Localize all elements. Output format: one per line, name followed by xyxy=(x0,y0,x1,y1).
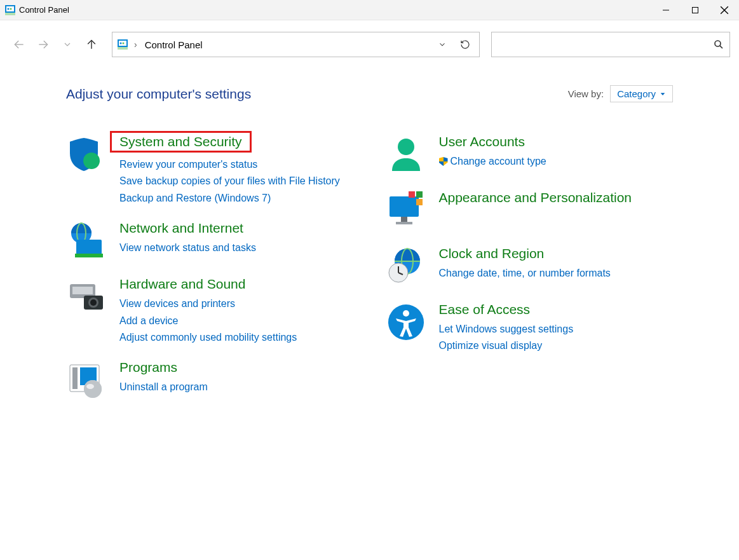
view-by-control: View by: Category xyxy=(568,85,673,102)
maximize-button[interactable] xyxy=(681,0,710,20)
date-time-formats-link[interactable]: Change date, time, or number formats xyxy=(439,266,674,280)
svg-point-16 xyxy=(123,43,125,44)
search-box[interactable] xyxy=(491,32,730,57)
window-title: Control Panel xyxy=(19,5,651,15)
category-network: Network and Internet View network status… xyxy=(66,221,354,261)
heading-row: Adjust your computer's settings View by:… xyxy=(66,85,673,102)
view-by-value: Category xyxy=(617,88,656,99)
svg-point-4 xyxy=(10,8,12,10)
svg-rect-23 xyxy=(76,240,102,255)
category-ease-of-access: Ease of Access Let Windows suggest setti… xyxy=(386,302,674,353)
system-security-icon xyxy=(66,134,107,205)
category-system-security: System and Security Review your computer… xyxy=(66,134,354,205)
svg-marker-19 xyxy=(661,93,665,95)
svg-rect-13 xyxy=(118,47,128,50)
window-controls xyxy=(651,0,739,20)
svg-point-35 xyxy=(84,380,102,398)
mobility-settings-link[interactable]: Adjust commonly used mobility settings xyxy=(119,331,354,345)
address-history-button[interactable] xyxy=(433,36,451,53)
category-programs: Programs Uninstall a program xyxy=(66,360,354,400)
svg-rect-1 xyxy=(5,13,15,15)
close-button[interactable] xyxy=(710,0,739,20)
category-clock-region: Clock and Region Change date, time, or n… xyxy=(386,246,674,287)
file-history-link[interactable]: Save backup copies of your files with Fi… xyxy=(119,174,354,188)
categories-left-column: System and Security Review your computer… xyxy=(66,134,354,400)
svg-rect-26 xyxy=(72,287,93,294)
svg-rect-40 xyxy=(396,222,412,224)
hardware-icon xyxy=(66,277,107,345)
chevron-down-icon xyxy=(660,91,666,97)
svg-rect-31 xyxy=(72,367,78,389)
svg-point-36 xyxy=(86,384,94,389)
svg-line-18 xyxy=(720,46,722,48)
backup-restore-link[interactable]: Backup and Restore (Windows 7) xyxy=(119,191,354,205)
suggest-settings-link[interactable]: Let Windows suggest settings xyxy=(439,322,674,336)
appearance-icon xyxy=(386,190,426,231)
navigation-row: › Control Panel xyxy=(0,20,739,69)
clock-region-link[interactable]: Clock and Region xyxy=(439,246,545,261)
up-button[interactable] xyxy=(81,34,102,55)
minimize-button[interactable] xyxy=(651,0,681,20)
network-icon xyxy=(66,221,107,261)
svg-rect-41 xyxy=(409,191,415,198)
category-user-accounts: User Accounts Change account type xyxy=(386,134,674,175)
page-title: Adjust your computer's settings xyxy=(66,86,568,102)
system-security-link[interactable]: System and Security xyxy=(110,131,252,153)
category-appearance: Appearance and Personalization xyxy=(386,190,674,231)
categories-right-column: User Accounts Change account type Appear… xyxy=(386,134,674,400)
devices-printers-link[interactable]: View devices and printers xyxy=(119,297,354,311)
titlebar: Control Panel xyxy=(0,0,739,20)
refresh-button[interactable] xyxy=(456,36,474,53)
user-accounts-link[interactable]: User Accounts xyxy=(439,134,525,149)
network-internet-link[interactable]: Network and Internet xyxy=(119,221,243,236)
add-device-link[interactable]: Add a device xyxy=(119,314,354,328)
svg-point-20 xyxy=(83,153,100,169)
programs-icon xyxy=(66,360,107,400)
svg-point-17 xyxy=(715,41,721,46)
clock-region-icon xyxy=(386,246,426,287)
svg-rect-44 xyxy=(416,199,423,205)
control-panel-icon xyxy=(118,39,128,50)
search-input[interactable] xyxy=(497,39,713,50)
appearance-link[interactable]: Appearance and Personalization xyxy=(439,190,632,205)
svg-rect-42 xyxy=(416,191,423,198)
network-status-link[interactable]: View network status and tasks xyxy=(119,241,354,255)
ease-of-access-icon xyxy=(386,302,426,353)
user-accounts-icon xyxy=(386,134,426,175)
optimize-display-link[interactable]: Optimize visual display xyxy=(439,339,674,353)
categories-grid: System and Security Review your computer… xyxy=(66,134,673,400)
svg-rect-39 xyxy=(401,217,407,222)
hardware-sound-link[interactable]: Hardware and Sound xyxy=(119,277,245,292)
svg-point-52 xyxy=(403,310,409,317)
svg-point-3 xyxy=(8,8,10,10)
view-by-select[interactable]: Category xyxy=(610,85,673,102)
programs-link[interactable]: Programs xyxy=(119,360,177,375)
content-area: Adjust your computer's settings View by:… xyxy=(0,69,739,400)
category-hardware: Hardware and Sound View devices and prin… xyxy=(66,277,354,345)
uninstall-program-link[interactable]: Uninstall a program xyxy=(119,380,354,394)
back-button[interactable] xyxy=(9,34,29,55)
svg-rect-43 xyxy=(409,199,415,205)
change-account-type-link[interactable]: Change account type xyxy=(439,154,674,168)
svg-point-29 xyxy=(90,299,97,306)
svg-rect-24 xyxy=(75,254,103,257)
svg-rect-6 xyxy=(693,7,698,13)
search-icon[interactable] xyxy=(713,39,724,50)
svg-point-37 xyxy=(398,139,414,155)
view-by-label: View by: xyxy=(568,88,604,99)
ease-of-access-link[interactable]: Ease of Access xyxy=(439,302,531,317)
address-bar[interactable]: › Control Panel xyxy=(112,32,480,57)
svg-point-15 xyxy=(120,43,122,44)
forward-button[interactable] xyxy=(33,34,53,55)
breadcrumb-root[interactable]: Control Panel xyxy=(144,39,203,50)
control-panel-app-icon xyxy=(5,5,15,15)
review-status-link[interactable]: Review your computer's status xyxy=(119,158,354,172)
recent-locations-button[interactable] xyxy=(57,34,78,55)
breadcrumb-separator-icon: › xyxy=(134,39,137,50)
